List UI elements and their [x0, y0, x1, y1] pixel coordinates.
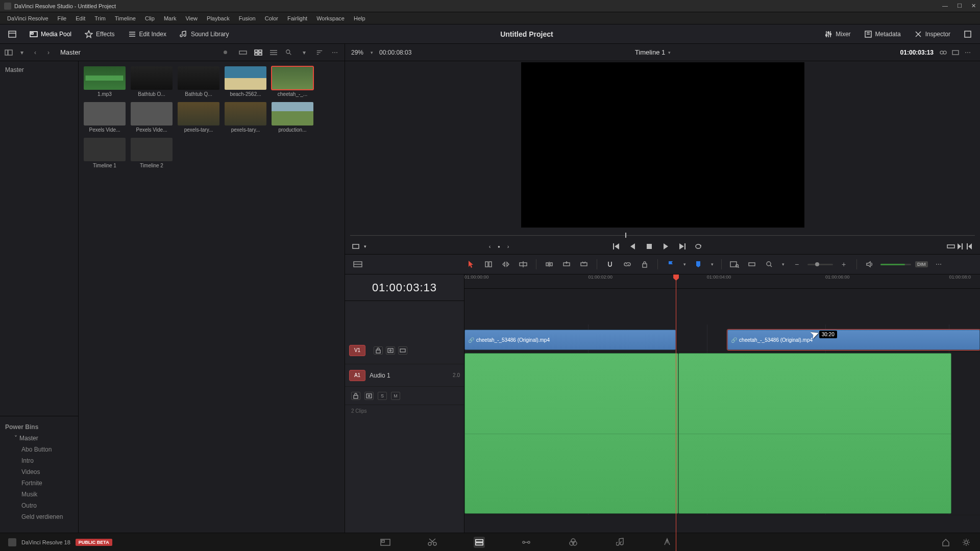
- track-header-v1[interactable]: V1: [345, 337, 464, 364]
- media-thumb-2[interactable]: Bathtub Q...: [178, 66, 219, 97]
- color-page-button[interactable]: [568, 537, 579, 548]
- nav-prev-button[interactable]: ‹: [31, 49, 40, 56]
- audio-clip-1[interactable]: [464, 353, 678, 514]
- panel-expand-button[interactable]: [961, 28, 975, 40]
- replace-clip-button[interactable]: [577, 258, 591, 271]
- nav-next-button[interactable]: ›: [44, 49, 53, 56]
- zoom-in-button[interactable]: +: [837, 258, 850, 271]
- go-start-button[interactable]: [612, 242, 621, 251]
- prev-edit-button[interactable]: [965, 242, 974, 251]
- sound-library-button[interactable]: Sound Library: [177, 28, 232, 40]
- menu-timeline[interactable]: Timeline: [111, 14, 140, 23]
- media-page-button[interactable]: [380, 537, 391, 548]
- effects-button[interactable]: Effects: [82, 28, 117, 40]
- power-bin-abo-button[interactable]: Abo Button: [0, 444, 78, 455]
- flag-button[interactable]: [664, 258, 677, 271]
- video-clip-2[interactable]: +00:20 🔗 cheetah_-_53486 (Original).mp4: [727, 330, 980, 350]
- power-bin-master[interactable]: ˅Master: [0, 433, 78, 444]
- audio-track-a1[interactable]: [464, 352, 980, 515]
- menu-color[interactable]: Color: [261, 14, 282, 23]
- nav-dropdown[interactable]: ▾: [17, 49, 27, 56]
- v1-track-tag[interactable]: V1: [349, 345, 365, 356]
- custom-zoom-dropdown[interactable]: ▾: [780, 258, 786, 271]
- a1-track-tag[interactable]: A1: [349, 370, 365, 381]
- timeline-playhead[interactable]: [676, 274, 676, 551]
- sort-button[interactable]: [315, 49, 324, 56]
- menu-help[interactable]: Help: [350, 14, 370, 23]
- timeline-dropdown-icon[interactable]: ▾: [668, 50, 671, 55]
- power-bin-intro[interactable]: Intro: [0, 455, 78, 466]
- viewer-scrub-bar[interactable]: [350, 232, 975, 239]
- audio-clip-2[interactable]: [678, 353, 951, 514]
- bin-master[interactable]: Master: [0, 64, 78, 76]
- layout-switcher[interactable]: [5, 28, 19, 40]
- menu-davinci-resolve[interactable]: DaVinci Resolve: [3, 14, 53, 23]
- deliver-page-button[interactable]: [662, 537, 673, 548]
- edit-index-button[interactable]: Edit Index: [125, 28, 169, 40]
- view-filmstrip-button[interactable]: [238, 49, 248, 56]
- menu-mark[interactable]: Mark: [160, 14, 180, 23]
- media-thumb-11[interactable]: Timeline 2: [131, 138, 173, 168]
- edit-page-button[interactable]: [474, 537, 485, 548]
- play-reverse-button[interactable]: [628, 242, 638, 251]
- cut-page-button[interactable]: [427, 537, 438, 548]
- menu-edit[interactable]: Edit: [71, 14, 89, 23]
- fusion-page-button[interactable]: [521, 537, 532, 548]
- viewer-mode-button[interactable]: [351, 242, 360, 251]
- media-pool-button[interactable]: Media Pool: [27, 28, 75, 40]
- menu-view[interactable]: View: [181, 14, 202, 23]
- insert-clip-button[interactable]: [543, 258, 556, 271]
- media-thumb-3[interactable]: beach-2562...: [225, 66, 266, 97]
- loop-button[interactable]: [694, 242, 703, 251]
- menu-fusion[interactable]: Fusion: [235, 14, 260, 23]
- bin-list-toggle[interactable]: [4, 49, 13, 56]
- media-thumb-10[interactable]: Timeline 1: [84, 138, 126, 168]
- a1-mute-toggle[interactable]: M: [391, 392, 400, 400]
- a1-auto-select-toggle[interactable]: [364, 392, 374, 400]
- overwrite-clip-button[interactable]: [560, 258, 573, 271]
- snapping-toggle[interactable]: [603, 258, 617, 271]
- search-dropdown[interactable]: ▾: [300, 49, 309, 56]
- media-thumb-5[interactable]: Pexels Vide...: [84, 102, 126, 133]
- monitor-volume-icon[interactable]: [863, 258, 876, 271]
- viewer-mode-dropdown[interactable]: ▾: [360, 242, 370, 251]
- menu-file[interactable]: File: [54, 14, 71, 23]
- project-settings-button[interactable]: [961, 537, 972, 548]
- trim-tool[interactable]: [482, 258, 495, 271]
- blade-tool[interactable]: [517, 258, 530, 271]
- inspector-button[interactable]: Inspector: [911, 28, 953, 40]
- play-button[interactable]: [661, 242, 670, 251]
- media-thumb-0[interactable]: 1.mp3: [84, 66, 126, 97]
- media-thumb-6[interactable]: Pexels Vide...: [131, 102, 173, 133]
- viewer-zoom-value[interactable]: 29%: [351, 49, 363, 56]
- stop-button[interactable]: [645, 242, 654, 251]
- minimize-button[interactable]: —: [942, 3, 948, 9]
- media-thumb-1[interactable]: Bathtub O...: [131, 66, 173, 97]
- full-extent-zoom[interactable]: [745, 258, 758, 271]
- go-end-button[interactable]: [677, 242, 687, 251]
- timeline-view-options[interactable]: [351, 258, 364, 271]
- viewer-canvas[interactable]: [521, 62, 804, 228]
- v1-enable-toggle[interactable]: [398, 346, 407, 355]
- menu-workspace[interactable]: Workspace: [312, 14, 349, 23]
- video-track-v1[interactable]: 🔗 cheetah_-_53486 (Original).mp4 +00:20 …: [464, 324, 980, 352]
- media-thumb-7[interactable]: pexels-tary...: [178, 102, 219, 133]
- maximize-button[interactable]: ☐: [957, 3, 962, 9]
- match-frame-next[interactable]: ›: [504, 242, 513, 251]
- selection-tool[interactable]: [464, 258, 478, 271]
- search-dialog-button[interactable]: [728, 258, 741, 271]
- timeline-name-label[interactable]: Timeline 1: [635, 48, 665, 56]
- video-clip-1[interactable]: 🔗 cheetah_-_53486 (Original).mp4: [464, 330, 676, 350]
- full-extent-button[interactable]: [946, 242, 955, 251]
- track-header-a1[interactable]: A1 Audio 1 2.0: [345, 364, 464, 387]
- viewer-options-button[interactable]: ⋯: [963, 48, 972, 57]
- home-button[interactable]: [940, 537, 951, 548]
- menu-fairlight[interactable]: Fairlight: [283, 14, 311, 23]
- media-options-button[interactable]: ⋯: [330, 49, 339, 56]
- marker-dropdown[interactable]: ▾: [709, 258, 715, 271]
- mixer-button[interactable]: Mixer: [821, 28, 853, 40]
- power-bin-geld-verdienen[interactable]: Geld verdienen: [0, 511, 78, 522]
- marker-button[interactable]: [692, 258, 705, 271]
- position-lock-toggle[interactable]: [638, 258, 651, 271]
- monitor-volume-slider[interactable]: [880, 264, 911, 265]
